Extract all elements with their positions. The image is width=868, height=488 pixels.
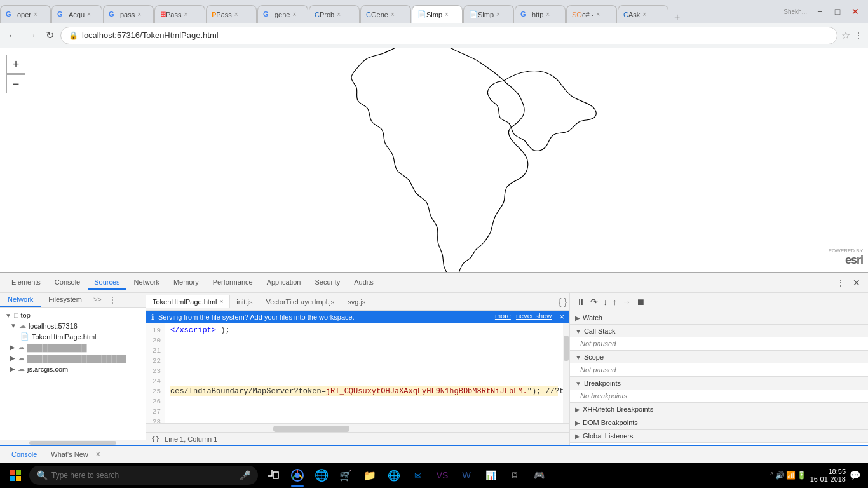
global-listeners-header[interactable]: ▶ Global Listeners: [570, 430, 868, 442]
sources-options-button[interactable]: ⋮: [105, 293, 119, 307]
tree-item-localhost[interactable]: ▼ ☁ localhost:57316: [0, 320, 146, 331]
devtools-tab-elements[interactable]: Elements: [5, 276, 47, 290]
forward-button[interactable]: →: [24, 27, 39, 44]
browser-tab-11[interactable]: G http ×: [515, 5, 566, 23]
back-button[interactable]: ←: [5, 27, 20, 44]
browser-tab-12[interactable]: SO c# - ×: [566, 5, 617, 23]
devtools-tab-sources[interactable]: Sources: [88, 276, 126, 290]
browser-tab-9[interactable]: 📄 Simp ×: [412, 5, 463, 23]
deactivate-breakpoints-button[interactable]: ⏹: [635, 295, 646, 308]
browser-tab-1[interactable]: G oper ×: [0, 5, 51, 23]
new-tab-button[interactable]: +: [669, 11, 685, 23]
browser-tab-2[interactable]: G Acqu ×: [51, 5, 102, 23]
sources-tab-filesystem[interactable]: Filesystem: [41, 293, 90, 307]
tab-close-11[interactable]: ×: [546, 11, 550, 18]
bottom-tab-console[interactable]: Console: [5, 448, 43, 461]
horizontal-scrollbar-left[interactable]: [0, 440, 146, 445]
tab-close-9[interactable]: ×: [445, 11, 449, 18]
tab-close-8[interactable]: ×: [391, 11, 395, 18]
minimize-button[interactable]: −: [812, 4, 827, 19]
devtools-tab-security[interactable]: Security: [308, 276, 346, 290]
tab-close-6[interactable]: ×: [292, 11, 296, 18]
code-content[interactable]: </xscript> ); ces/IndiaBoundary/MapServe…: [165, 323, 563, 423]
info-more-link[interactable]: more: [495, 312, 511, 322]
zoom-out-button[interactable]: −: [6, 74, 25, 93]
browser-tab-6[interactable]: G gene ×: [257, 5, 308, 23]
tab-close-4[interactable]: ×: [184, 11, 187, 18]
taskbar-app-edge[interactable]: 🌐: [310, 463, 333, 488]
xhr-header[interactable]: ▶ XHR/fetch Breakpoints: [570, 403, 868, 416]
tree-item-arcgis[interactable]: ▶ ☁ js.arcgis.com: [0, 363, 146, 374]
scope-header[interactable]: ▼ Scope: [570, 351, 868, 363]
browser-tab-8[interactable]: C Gene ×: [360, 5, 411, 23]
taskbar-app-app3[interactable]: 🎮: [527, 463, 550, 488]
devtools-tab-memory[interactable]: Memory: [167, 276, 205, 290]
dom-header[interactable]: ▶ DOM Breakpoints: [570, 416, 868, 429]
pause-resume-button[interactable]: ⏸: [575, 295, 587, 308]
tab-close-13[interactable]: ×: [642, 11, 646, 18]
editor-tab-init[interactable]: init.js: [230, 295, 259, 308]
taskbar-search[interactable]: 🔍 🎤: [29, 466, 258, 485]
close-button[interactable]: ✕: [848, 4, 863, 19]
tree-item-redacted1[interactable]: ▶ ☁ ████████████: [0, 342, 146, 353]
devtools-tab-network[interactable]: Network: [128, 276, 166, 290]
start-button[interactable]: [3, 463, 28, 488]
devtools-tab-console[interactable]: Console: [48, 276, 86, 290]
code-editor[interactable]: 19 20 21 22 23 24 25 26 27 28 29 30: [146, 323, 569, 423]
taskbar-app-app1[interactable]: 📊: [479, 463, 502, 488]
info-close-button[interactable]: ×: [559, 312, 564, 322]
editor-tab-vectortile[interactable]: VectorTileLayerImpl.js: [259, 295, 341, 308]
tab-close-7[interactable]: ×: [337, 11, 341, 18]
taskbar-app-store[interactable]: 🛒: [334, 463, 357, 488]
bottom-tab-whatsnew[interactable]: What's New: [44, 448, 94, 461]
devtools-tab-performance[interactable]: Performance: [207, 276, 259, 290]
breakpoints-header[interactable]: ▼ Breakpoints: [570, 377, 868, 390]
browser-tab-3[interactable]: G pass ×: [103, 5, 154, 23]
editor-tab-html[interactable]: TokenHtmlPage.html ×: [146, 295, 230, 308]
devtools-menu-button[interactable]: ⋮: [834, 276, 848, 289]
battery-icon[interactable]: 🔋: [797, 471, 806, 480]
taskbar-app-app2[interactable]: 🖥: [503, 463, 526, 488]
tab-close-2[interactable]: ×: [87, 11, 91, 18]
tree-item-htmlfile[interactable]: 📄 TokenHtmlPage.html: [0, 331, 146, 342]
tab-close-10[interactable]: ×: [496, 11, 500, 18]
step-over-button[interactable]: ↷: [589, 295, 599, 308]
url-bar[interactable]: 🔒 localhost:57316/TokenHtmlPage.html: [60, 27, 837, 44]
editor-format-button[interactable]: { }: [556, 297, 569, 307]
devtools-tab-application[interactable]: Application: [261, 276, 308, 290]
tray-show-hidden[interactable]: ^: [770, 471, 774, 480]
watch-header[interactable]: ▶ Watch: [570, 311, 868, 324]
devtools-tab-audits[interactable]: Audits: [348, 276, 380, 290]
tab-close-5[interactable]: ×: [234, 11, 238, 18]
browser-tab-7[interactable]: C Prob ×: [309, 5, 360, 23]
editor-vertical-scrollbar[interactable]: [563, 323, 569, 423]
taskbar-app-mail[interactable]: ✉: [407, 463, 430, 488]
maximize-button[interactable]: □: [830, 4, 845, 19]
tree-item-top[interactable]: ▼ □ top: [0, 310, 146, 320]
editor-tab-svg[interactable]: svg.js: [341, 295, 372, 308]
taskbar-app-word[interactable]: W: [455, 463, 478, 488]
taskbar-app-explorer[interactable]: 📁: [358, 463, 381, 488]
bottom-close-button[interactable]: ×: [96, 450, 100, 459]
notification-icon[interactable]: 💬: [850, 470, 860, 480]
tab-close-3[interactable]: ×: [137, 11, 141, 18]
volume-icon[interactable]: 🔊: [775, 471, 785, 480]
browser-tab-4[interactable]: ⊞ Pass ×: [154, 5, 205, 23]
reload-button[interactable]: ↻: [43, 27, 57, 44]
sources-tab-network[interactable]: Network: [0, 293, 41, 307]
info-never-show-link[interactable]: never show: [516, 312, 552, 322]
browser-tab-13[interactable]: C Ask ×: [618, 5, 668, 23]
editor-tab-html-close[interactable]: ×: [220, 298, 224, 305]
step-into-button[interactable]: ↓: [602, 295, 609, 308]
taskbar-app-visual-studio[interactable]: VS: [431, 463, 454, 488]
browser-tab-5[interactable]: P Pass ×: [206, 5, 257, 23]
tab-close-1[interactable]: ×: [34, 11, 37, 18]
call-stack-header[interactable]: ▼ Call Stack: [570, 325, 868, 337]
bottom-scroll[interactable]: [146, 423, 569, 432]
sources-tab-more[interactable]: >>: [90, 293, 105, 307]
tree-item-redacted2[interactable]: ▶ ☁ ████████████████████: [0, 353, 146, 363]
bookmark-button[interactable]: ☆: [841, 29, 850, 41]
taskbar-search-input[interactable]: [51, 471, 233, 480]
devtools-settings-button[interactable]: ✕: [850, 276, 863, 289]
taskbar-app-ie[interactable]: 🌐: [383, 463, 405, 488]
